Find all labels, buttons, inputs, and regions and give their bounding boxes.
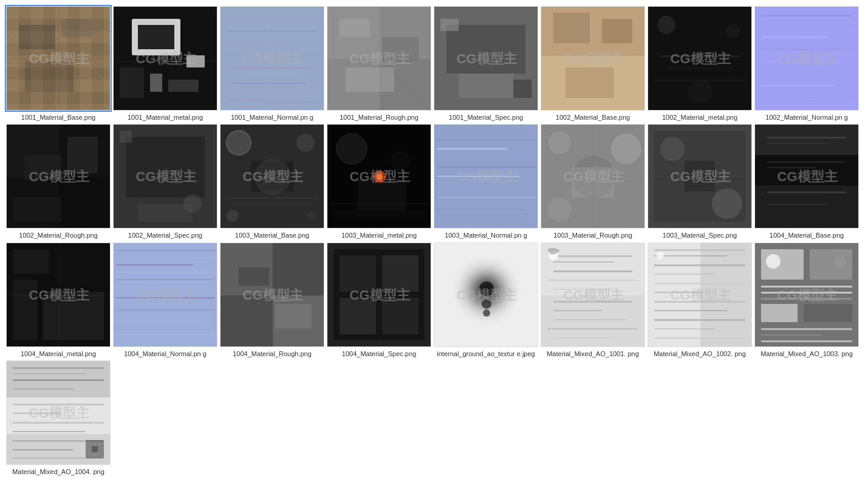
filename-item-mixed-ao-1004: Material_Mixed_AO_1004. png xyxy=(11,467,106,476)
filename-item-1002-metal: 1002_Material_metal.png xyxy=(661,113,739,122)
grid-item-item-1002-base[interactable]: CG模型主1002_Material_Base.png xyxy=(541,6,645,122)
svg-rect-213 xyxy=(761,334,822,336)
filename-item-mixed-ao-1001: Material_Mixed_AO_1001. png xyxy=(545,349,640,358)
thumbnail-item-1004-normal: CG模型主 xyxy=(113,243,217,347)
canvas-item-1003-normal: CG模型主 xyxy=(434,125,538,229)
svg-rect-16 xyxy=(168,80,199,92)
svg-rect-27 xyxy=(227,92,318,92)
canvas-item-1004-metal: CG模型主 xyxy=(7,243,111,347)
svg-rect-185 xyxy=(547,328,638,329)
grid-item-item-1004-normal[interactable]: CG模型主1004_Material_Normal.pn g xyxy=(113,243,217,358)
thumbnail-item-1003-metal: CG模型主 xyxy=(327,124,431,229)
filename-item-1004-metal: 1004_Material_metal.png xyxy=(19,349,97,358)
svg-point-119 xyxy=(712,188,742,219)
canvas-item-internal-ao: CG模型主 xyxy=(434,243,538,347)
grid-item-item-1003-metal[interactable]: CG模型主1003_Material_metal.png xyxy=(327,124,431,239)
grid-item-item-1004-base[interactable]: CG模型主1004_Material_Base.png xyxy=(754,124,859,239)
grid-item-item-mixed-ao-1001[interactable]: CG模型主Material_Mixed_AO_1001. png xyxy=(541,243,645,358)
grid-item-item-mixed-ao-1004[interactable]: CG模型主Material_Mixed_AO_1004. png xyxy=(6,360,111,476)
filename-item-internal-ao: internal_ground_ao_textur e.jpeg xyxy=(436,349,536,358)
canvas-item-mixed-ao-1002: CG模型主 xyxy=(648,243,752,347)
svg-rect-219 xyxy=(7,398,111,434)
grid-item-item-1002-spec[interactable]: CG模型主1002_Material_Spec.png xyxy=(113,124,217,239)
grid-item-item-1001-base[interactable]: CG模型主1001_Material_Base.png xyxy=(6,6,111,122)
thumbnail-item-1001-base: CG模型主 xyxy=(6,6,111,111)
svg-point-51 xyxy=(726,24,740,38)
svg-rect-207 xyxy=(761,286,852,287)
grid-item-item-1002-metal[interactable]: CG模型主1002_Material_metal.png xyxy=(648,6,752,122)
filename-item-1003-metal: 1003_Material_metal.png xyxy=(340,231,418,239)
grid-item-item-1003-normal[interactable]: CG模型主1003_Material_Normal.pn g xyxy=(434,124,538,239)
svg-rect-130 xyxy=(767,191,846,193)
svg-rect-39 xyxy=(440,19,459,31)
svg-rect-194 xyxy=(654,274,715,275)
svg-rect-135 xyxy=(55,249,104,286)
grid-item-item-1004-spec[interactable]: CG模型主1004_Material_Spec.png xyxy=(327,243,431,358)
grid-item-item-1001-metal[interactable]: CG模型主1001_Material_metal.png xyxy=(113,6,217,122)
filename-item-1001-normal: 1001_Material_Normal.pn g xyxy=(230,113,315,122)
thumbnail-item-1004-rough: CG模型主 xyxy=(220,243,324,347)
svg-rect-154 xyxy=(273,243,324,295)
svg-rect-57 xyxy=(755,7,859,111)
thumbnail-item-mixed-ao-1001: CG模型主 xyxy=(541,243,645,347)
svg-rect-70 xyxy=(25,155,61,179)
svg-rect-208 xyxy=(761,292,852,294)
svg-rect-128 xyxy=(767,161,846,163)
svg-rect-201 xyxy=(654,337,745,339)
svg-rect-53 xyxy=(666,67,733,69)
thumbnail-item-1002-base: CG模型主 xyxy=(541,6,645,111)
canvas-item-1003-base: CG模型主 xyxy=(220,125,324,229)
grid-item-item-1002-normal[interactable]: CG模型主1002_Material_Normal.pn g xyxy=(754,6,859,122)
svg-rect-212 xyxy=(761,328,852,330)
svg-rect-123 xyxy=(755,125,859,155)
thumbnail-item-1001-spec: CG模型主 xyxy=(434,6,538,111)
grid-item-item-1003-spec[interactable]: CG模型主1003_Material_Spec.png xyxy=(648,124,752,239)
svg-rect-34 xyxy=(346,67,394,92)
grid-item-item-1002-rough[interactable]: CG模型主1002_Material_Rough.png xyxy=(6,124,111,239)
svg-point-111 xyxy=(547,198,572,222)
grid-item-item-1001-rough[interactable]: CG模型主1001_Material_Rough.png xyxy=(327,6,431,122)
grid-item-item-mixed-ao-1002[interactable]: CG模型主Material_Mixed_AO_1002. png xyxy=(648,243,752,358)
svg-rect-127 xyxy=(767,143,828,144)
svg-rect-227 xyxy=(13,422,104,424)
svg-rect-84 xyxy=(233,204,312,205)
canvas-item-1004-spec: CG模型主 xyxy=(327,243,431,347)
filename-item-1001-rough: 1001_Material_Rough.png xyxy=(338,113,420,122)
canvas-item-1001-spec: CG模型主 xyxy=(434,7,538,111)
svg-rect-129 xyxy=(767,167,816,168)
svg-rect-186 xyxy=(553,337,614,339)
svg-rect-209 xyxy=(761,298,852,300)
canvas-item-1003-spec: CG模型主 xyxy=(648,125,752,229)
grid-item-item-internal-ao[interactable]: CG模型主internal_ground_ao_textur e.jpeg xyxy=(434,243,538,358)
grid-item-item-1004-metal[interactable]: CG模型主1004_Material_metal.png xyxy=(6,243,111,358)
svg-rect-32 xyxy=(340,19,370,37)
svg-point-79 xyxy=(227,131,251,155)
svg-rect-198 xyxy=(654,310,727,311)
svg-rect-38 xyxy=(459,74,513,98)
grid-item-item-1001-spec[interactable]: CG模型主1001_Material_Spec.png xyxy=(434,6,538,122)
thumbnail-item-1002-metal: CG模型主 xyxy=(648,6,752,111)
thumbnail-item-1003-rough: CG模型主 xyxy=(541,124,645,229)
grid-item-item-1004-rough[interactable]: CG模型主1004_Material_Rough.png xyxy=(220,243,324,358)
filename-item-1002-rough: 1002_Material_Rough.png xyxy=(18,231,99,239)
svg-rect-69 xyxy=(59,177,111,229)
svg-rect-7 xyxy=(25,61,73,92)
grid-item-item-1003-base[interactable]: CG模型主1003_Material_Base.png xyxy=(220,124,324,239)
svg-rect-228 xyxy=(13,431,86,432)
filename-item-mixed-ao-1002: Material_Mixed_AO_1002. png xyxy=(652,349,747,358)
svg-rect-177 xyxy=(553,255,632,257)
canvas-item-1004-normal: CG模型主 xyxy=(114,243,217,347)
grid-item-item-1001-normal[interactable]: CG模型主1001_Material_Normal.pn g xyxy=(220,6,324,122)
canvas-item-1001-rough: CG模型主 xyxy=(327,7,431,111)
svg-rect-157 xyxy=(239,267,269,286)
svg-point-202 xyxy=(657,252,664,259)
svg-point-172 xyxy=(482,299,491,309)
grid-item-item-1003-rough[interactable]: CG模型主1003_Material_Rough.png xyxy=(541,124,645,239)
svg-rect-138 xyxy=(7,295,111,296)
thumbnail-item-1002-spec: CG模型主 xyxy=(113,124,217,229)
svg-rect-230 xyxy=(13,449,73,450)
canvas-item-1001-normal: CG模型主 xyxy=(220,7,324,111)
filename-item-1004-rough: 1004_Material_Rough.png xyxy=(231,349,313,358)
canvas-item-1004-rough: CG模型主 xyxy=(220,243,324,347)
grid-item-item-mixed-ao-1003[interactable]: CG模型主Material_Mixed_AO_1003. png xyxy=(754,243,859,358)
